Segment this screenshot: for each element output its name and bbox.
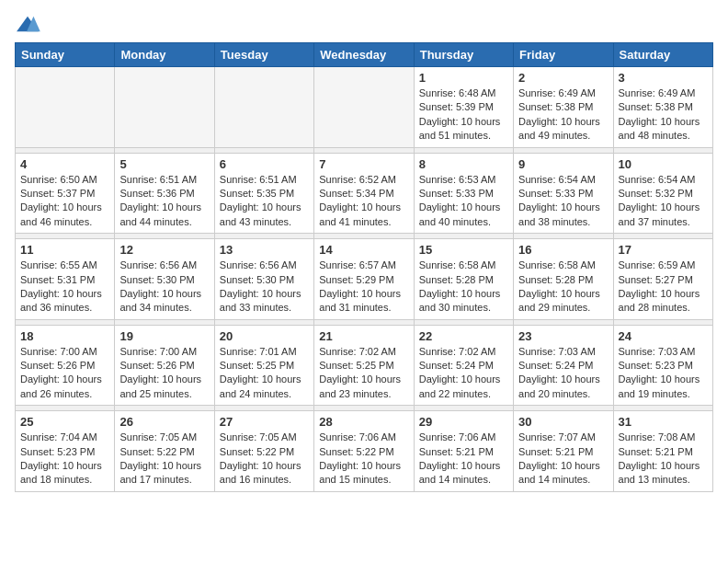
day-cell: 21Sunrise: 7:02 AMSunset: 5:25 PMDayligh… [314,325,414,406]
day-cell: 11Sunrise: 6:55 AMSunset: 5:31 PMDayligh… [16,239,115,320]
day-cell: 22Sunrise: 7:02 AMSunset: 5:24 PMDayligh… [414,325,513,406]
day-number: 13 [220,243,309,257]
day-number: 7 [319,157,408,171]
day-number: 17 [619,243,708,257]
day-number: 12 [119,243,209,257]
col-header-wednesday: Wednesday [314,43,414,67]
day-cell: 6Sunrise: 6:51 AMSunset: 5:35 PMDaylight… [214,153,313,234]
day-number: 8 [419,157,508,171]
week-row-5: 25Sunrise: 7:04 AMSunset: 5:23 PMDayligh… [16,411,713,492]
day-info: Sunrise: 6:51 AMSunset: 5:36 PMDaylight:… [119,173,209,230]
day-number: 27 [220,415,309,429]
day-number: 26 [119,415,209,429]
day-number: 20 [220,329,309,343]
day-number: 25 [20,415,109,429]
day-number: 2 [518,71,608,85]
header [15,15,713,35]
day-cell: 10Sunrise: 6:54 AMSunset: 5:32 PMDayligh… [613,153,712,234]
day-info: Sunrise: 7:03 AMSunset: 5:24 PMDaylight:… [518,345,608,402]
day-cell [314,67,414,148]
day-cell: 3Sunrise: 6:49 AMSunset: 5:38 PMDaylight… [613,67,712,148]
day-info: Sunrise: 6:59 AMSunset: 5:27 PMDaylight:… [619,259,708,316]
day-cell: 28Sunrise: 7:06 AMSunset: 5:22 PMDayligh… [314,411,414,492]
day-number: 22 [419,329,508,343]
day-number: 23 [518,329,608,343]
day-info: Sunrise: 6:50 AMSunset: 5:37 PMDaylight:… [20,173,109,230]
day-info: Sunrise: 6:58 AMSunset: 5:28 PMDaylight:… [518,259,608,316]
day-cell: 8Sunrise: 6:53 AMSunset: 5:33 PMDaylight… [414,153,513,234]
day-cell: 12Sunrise: 6:56 AMSunset: 5:30 PMDayligh… [115,239,214,320]
day-number: 14 [319,243,408,257]
logo-icon [15,15,40,35]
week-row-4: 18Sunrise: 7:00 AMSunset: 5:26 PMDayligh… [16,325,713,406]
day-cell: 9Sunrise: 6:54 AMSunset: 5:33 PMDaylight… [514,153,613,234]
day-cell: 15Sunrise: 6:58 AMSunset: 5:28 PMDayligh… [414,239,513,320]
day-info: Sunrise: 7:06 AMSunset: 5:22 PMDaylight:… [319,431,408,488]
col-header-thursday: Thursday [414,43,513,67]
day-info: Sunrise: 6:54 AMSunset: 5:32 PMDaylight:… [619,173,708,230]
day-number: 24 [619,329,708,343]
day-info: Sunrise: 7:03 AMSunset: 5:23 PMDaylight:… [619,345,708,402]
col-header-saturday: Saturday [613,43,712,67]
day-info: Sunrise: 6:54 AMSunset: 5:33 PMDaylight:… [518,173,608,230]
day-info: Sunrise: 7:05 AMSunset: 5:22 PMDaylight:… [119,431,209,488]
day-info: Sunrise: 6:57 AMSunset: 5:29 PMDaylight:… [319,259,408,316]
day-info: Sunrise: 6:53 AMSunset: 5:33 PMDaylight:… [419,173,508,230]
day-cell: 29Sunrise: 7:06 AMSunset: 5:21 PMDayligh… [414,411,513,492]
day-cell: 1Sunrise: 6:48 AMSunset: 5:39 PMDaylight… [414,67,513,148]
day-number: 5 [119,157,209,171]
day-number: 29 [419,415,508,429]
day-number: 31 [619,415,708,429]
day-cell: 5Sunrise: 6:51 AMSunset: 5:36 PMDaylight… [115,153,214,234]
day-info: Sunrise: 6:55 AMSunset: 5:31 PMDaylight:… [20,259,109,316]
day-info: Sunrise: 7:00 AMSunset: 5:26 PMDaylight:… [20,345,109,402]
day-info: Sunrise: 7:08 AMSunset: 5:21 PMDaylight:… [619,431,708,488]
day-cell: 13Sunrise: 6:56 AMSunset: 5:30 PMDayligh… [214,239,313,320]
day-cell: 4Sunrise: 6:50 AMSunset: 5:37 PMDaylight… [16,153,115,234]
day-cell: 31Sunrise: 7:08 AMSunset: 5:21 PMDayligh… [613,411,712,492]
day-number: 10 [619,157,708,171]
week-row-1: 1Sunrise: 6:48 AMSunset: 5:39 PMDaylight… [16,67,713,148]
day-number: 21 [319,329,408,343]
day-number: 19 [119,329,209,343]
day-cell: 2Sunrise: 6:49 AMSunset: 5:38 PMDaylight… [514,67,613,148]
day-info: Sunrise: 6:58 AMSunset: 5:28 PMDaylight:… [419,259,508,316]
logo [15,15,44,35]
day-cell: 24Sunrise: 7:03 AMSunset: 5:23 PMDayligh… [613,325,712,406]
day-cell: 7Sunrise: 6:52 AMSunset: 5:34 PMDaylight… [314,153,414,234]
day-cell: 27Sunrise: 7:05 AMSunset: 5:22 PMDayligh… [214,411,313,492]
day-cell [214,67,313,148]
day-number: 16 [518,243,608,257]
day-cell: 20Sunrise: 7:01 AMSunset: 5:25 PMDayligh… [214,325,313,406]
day-info: Sunrise: 6:49 AMSunset: 5:38 PMDaylight:… [619,86,708,144]
col-header-friday: Friday [514,43,613,67]
day-cell: 14Sunrise: 6:57 AMSunset: 5:29 PMDayligh… [314,239,414,320]
day-number: 28 [319,415,408,429]
day-number: 11 [20,243,109,257]
day-info: Sunrise: 7:07 AMSunset: 5:21 PMDaylight:… [518,431,608,488]
week-row-3: 11Sunrise: 6:55 AMSunset: 5:31 PMDayligh… [16,239,713,320]
header-row: SundayMondayTuesdayWednesdayThursdayFrid… [16,43,713,67]
day-info: Sunrise: 7:02 AMSunset: 5:25 PMDaylight:… [319,345,408,402]
calendar: SundayMondayTuesdayWednesdayThursdayFrid… [15,42,713,492]
day-info: Sunrise: 7:02 AMSunset: 5:24 PMDaylight:… [419,345,508,402]
col-header-tuesday: Tuesday [214,43,313,67]
day-number: 15 [419,243,508,257]
day-cell: 17Sunrise: 6:59 AMSunset: 5:27 PMDayligh… [613,239,712,320]
day-cell [16,67,115,148]
day-number: 18 [20,329,109,343]
day-info: Sunrise: 6:56 AMSunset: 5:30 PMDaylight:… [220,259,309,316]
col-header-sunday: Sunday [16,43,115,67]
day-cell: 25Sunrise: 7:04 AMSunset: 5:23 PMDayligh… [16,411,115,492]
day-cell: 18Sunrise: 7:00 AMSunset: 5:26 PMDayligh… [16,325,115,406]
day-cell: 23Sunrise: 7:03 AMSunset: 5:24 PMDayligh… [514,325,613,406]
day-info: Sunrise: 7:00 AMSunset: 5:26 PMDaylight:… [119,345,209,402]
day-info: Sunrise: 7:01 AMSunset: 5:25 PMDaylight:… [220,345,309,402]
week-row-2: 4Sunrise: 6:50 AMSunset: 5:37 PMDaylight… [16,153,713,234]
day-cell [115,67,214,148]
day-info: Sunrise: 7:05 AMSunset: 5:22 PMDaylight:… [220,431,309,488]
day-info: Sunrise: 6:49 AMSunset: 5:38 PMDaylight:… [518,86,608,144]
col-header-monday: Monday [115,43,214,67]
day-number: 30 [518,415,608,429]
day-number: 3 [619,71,708,85]
